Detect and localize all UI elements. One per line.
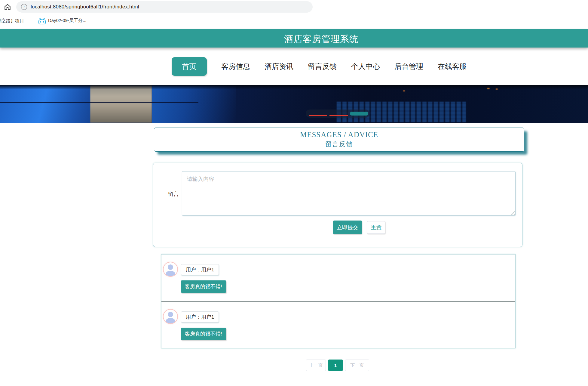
address-bar[interactable]: i localhost:8080/springboot6alf1/front/i…: [16, 1, 313, 13]
section-title-en: MESSAGES / ADVICE: [154, 131, 524, 139]
comment-row: 用户：用户1 客房真的很不错!: [161, 255, 515, 301]
nav-item-service[interactable]: 在线客服: [438, 62, 467, 71]
pagination-next-button[interactable]: 下一页: [345, 360, 369, 371]
user-avatar-icon: [164, 262, 177, 276]
hero-top-shade: [0, 85, 588, 89]
comments-list: 用户：用户1 客房真的很不错! 用户：用户1 客房真的很不错!: [161, 254, 516, 348]
nav-item-rooms[interactable]: 客房信息: [221, 62, 250, 71]
site-title: 酒店客房管理系统: [284, 33, 359, 45]
bookmark-item-2[interactable]: Day02-09-员工分...: [38, 17, 87, 24]
nav-item-home[interactable]: 首页: [172, 57, 207, 76]
bookmark-item-2-label: Day02-09-员工分...: [48, 18, 87, 23]
user-avatar-icon: [164, 310, 177, 323]
hero-warm-light: [403, 90, 405, 91]
pagination-prev-button[interactable]: 上一页: [306, 360, 326, 371]
nav-item-feedback[interactable]: 留言反馈: [308, 62, 337, 71]
nav-item-news[interactable]: 酒店资讯: [265, 62, 293, 71]
section-title-zh: 留言反馈: [154, 140, 524, 148]
nav-item-admin[interactable]: 后台管理: [394, 62, 423, 71]
comment-row: 用户：用户1 客房真的很不错!: [161, 301, 515, 348]
site-header: 酒店客房管理系统: [0, 29, 588, 48]
carousel-dot-1[interactable]: [309, 115, 327, 116]
comment-username: 用户：用户1: [181, 311, 219, 323]
pagination: 上一页 1 下一页: [306, 360, 369, 371]
hero-pillar: [90, 85, 152, 123]
message-form: 留言 立即提交 重置: [153, 163, 522, 247]
screen: i localhost:8080/springboot6alf1/front/i…: [0, 0, 588, 386]
comment-content: 客房真的很不错!: [181, 280, 226, 293]
submit-button[interactable]: 立即提交: [333, 221, 362, 234]
main-nav: 首页 客房信息 酒店资讯 留言反馈 个人中心 后台管理 在线客服: [172, 48, 532, 85]
browser-toolbar: i localhost:8080/springboot6alf1/front/i…: [0, 0, 588, 14]
nav-item-profile[interactable]: 个人中心: [351, 62, 380, 71]
url-text[interactable]: localhost:8080/springboot6alf1/front/ind…: [31, 4, 139, 10]
section-title-box: MESSAGES / ADVICE 留言反馈: [154, 128, 524, 152]
carousel-dot-active[interactable]: [350, 112, 368, 116]
comment-content: 客房真的很不错!: [181, 328, 226, 340]
home-icon[interactable]: [4, 3, 11, 11]
carousel-indicators: [306, 110, 370, 118]
bilibili-tv-icon: [38, 19, 46, 24]
reset-button[interactable]: 重置: [367, 221, 385, 234]
bookmark-item-1[interactable]: 神之路】项目...: [0, 18, 28, 24]
hero-blue-glow: [152, 85, 236, 123]
carousel-dot-2[interactable]: [329, 115, 348, 116]
hero-bridge-line: [0, 102, 198, 103]
bookmarks-bar: 神之路】项目... Day02-09-员工分...: [0, 14, 588, 28]
comment-username: 用户：用户1: [181, 264, 219, 275]
info-icon[interactable]: i: [21, 4, 27, 10]
pagination-current-page[interactable]: 1: [328, 360, 343, 371]
hero-banner-image: [0, 85, 588, 123]
message-textarea[interactable]: [182, 171, 516, 216]
message-label: 留言: [168, 190, 179, 198]
